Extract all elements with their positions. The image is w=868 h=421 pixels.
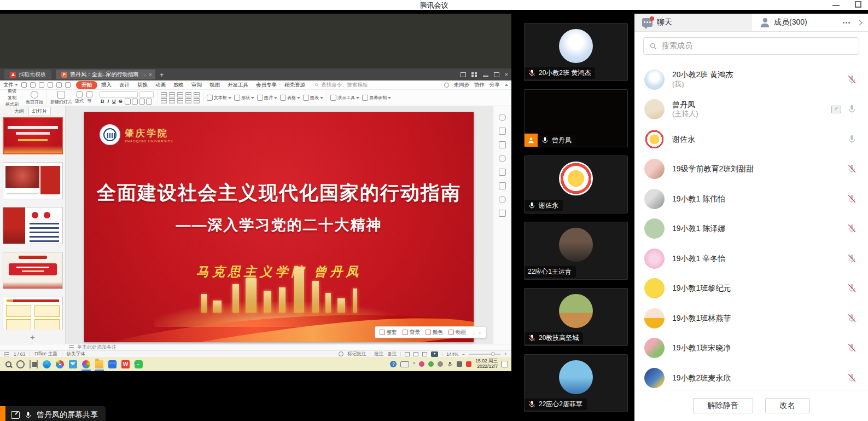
strikethrough-button[interactable]: S: [118, 99, 124, 104]
ribbon-tab-view[interactable]: 视图: [206, 82, 224, 89]
task-view-icon[interactable]: [30, 360, 38, 368]
italic-button[interactable]: I: [107, 99, 110, 104]
font-size-select[interactable]: [139, 91, 154, 98]
tab-members[interactable]: 成员(300): [752, 14, 843, 31]
play-from-page-icon[interactable]: [31, 91, 38, 99]
slide-thumb-4[interactable]: [3, 252, 63, 289]
mail-icon[interactable]: [69, 360, 77, 368]
notification-center-icon[interactable]: [502, 361, 508, 367]
wps-tab-document[interactable]: P 曾丹凤：全面..家的行动指南 ▫×: [56, 70, 155, 79]
minimize-icon[interactable]: [832, 5, 840, 6]
chrome-icon[interactable]: [56, 360, 64, 368]
member-row[interactable]: 19小教1 陈伟怡: [634, 184, 868, 214]
zoom-level[interactable]: 144%: [446, 351, 458, 357]
unmute-button[interactable]: 解除静音: [693, 398, 753, 413]
align-left-icon[interactable]: [161, 98, 167, 103]
video-tile[interactable]: 曾丹凤: [524, 89, 628, 147]
align-right-icon[interactable]: [177, 98, 183, 103]
note-label[interactable]: 备注: [387, 351, 397, 357]
preview-icon[interactable]: [48, 82, 53, 88]
save-icon[interactable]: [21, 82, 27, 88]
wechat-icon[interactable]: [135, 360, 143, 368]
insert-shape[interactable]: 形状: [234, 95, 254, 101]
help-tray-icon[interactable]: ?: [390, 361, 397, 367]
tab-outline[interactable]: 大纲: [14, 108, 24, 115]
wps-taskbar-icon[interactable]: W: [121, 360, 130, 368]
ribbon-tab-insert[interactable]: 插入: [97, 82, 115, 89]
missing-font-warning[interactable]: 缺失字体: [67, 351, 85, 357]
section-icon[interactable]: [86, 91, 92, 97]
sidebar-tool-icon[interactable]: [499, 141, 506, 148]
new-slide-label[interactable]: 新建幻灯片: [50, 99, 72, 105]
video-tile[interactable]: 22应心2唐菲苹: [524, 354, 628, 412]
new-slide-icon[interactable]: [57, 91, 65, 99]
zoom-out-icon[interactable]: −: [462, 351, 465, 357]
slide-layout-icon[interactable]: [77, 91, 83, 97]
mic-on-icon[interactable]: [847, 104, 857, 114]
more-options-icon[interactable]: [843, 22, 850, 24]
sidebar-tool-icon[interactable]: [499, 182, 506, 189]
indent-decrease-icon[interactable]: [177, 92, 183, 97]
touch-keyboard-icon[interactable]: [400, 361, 409, 367]
collaborate-label[interactable]: 协作: [474, 82, 485, 89]
wps-layout-icon[interactable]: [461, 72, 466, 77]
mic-muted-icon[interactable]: [847, 343, 857, 353]
color-button[interactable]: 颜色: [426, 329, 443, 336]
cortana-icon[interactable]: [16, 360, 25, 368]
video-tile[interactable]: 22应心1王运青: [524, 222, 628, 280]
maximize-icon[interactable]: [855, 1, 861, 8]
number-list-icon[interactable]: [169, 92, 175, 97]
insert-chart[interactable]: 图表: [303, 95, 323, 101]
font-color-icon[interactable]: [125, 99, 131, 105]
section-label[interactable]: 节: [88, 98, 92, 104]
file-menu[interactable]: 文件: [3, 82, 18, 89]
taskbar-clock[interactable]: 15:02 周三 2022/12/7: [475, 359, 498, 370]
more-options-icon[interactable]: ⋮ ›: [471, 330, 481, 336]
zoom-in-icon[interactable]: +: [504, 351, 507, 357]
screen-record[interactable]: 屏幕录制: [362, 95, 391, 101]
ribbon-tab-review[interactable]: 审阅: [188, 82, 206, 89]
sidebar-tool-icon[interactable]: [499, 169, 506, 176]
redo-icon[interactable]: [65, 82, 71, 88]
subscript-icon[interactable]: [139, 99, 145, 105]
print-icon[interactable]: [39, 82, 44, 88]
insert-textbox[interactable]: 文本框: [207, 95, 231, 101]
member-row[interactable]: 19小教1班宋晓净: [634, 333, 868, 364]
insert-picture[interactable]: 图片: [257, 95, 277, 101]
wps-minimize-icon[interactable]: [483, 76, 488, 77]
edge-icon[interactable]: [43, 360, 51, 368]
play-from-page-label[interactable]: 当页开始: [26, 99, 43, 105]
mic-muted-icon[interactable]: [847, 313, 857, 324]
columns-icon[interactable]: [194, 98, 200, 103]
tab-restore-icon[interactable]: ▫: [144, 72, 146, 78]
zoom-slider[interactable]: [469, 354, 500, 355]
font-name-select[interactable]: [100, 91, 138, 98]
video-tile[interactable]: 20教技高坚城: [524, 288, 628, 346]
mark-annotation-label[interactable]: 标记批注: [347, 351, 366, 357]
taskbar-search-icon[interactable]: [5, 361, 11, 367]
beautify-button[interactable]: 整套: [380, 329, 397, 336]
sidebar-tool-icon[interactable]: [499, 210, 506, 217]
sidebar-tool-icon[interactable]: [499, 114, 506, 121]
mic-muted-icon[interactable]: [847, 283, 857, 293]
tab-controls[interactable]: ▫×: [144, 72, 152, 78]
ribbon-tab-slideshow[interactable]: 放映: [170, 82, 188, 89]
reading-view-icon[interactable]: [422, 352, 427, 356]
bold-button[interactable]: B: [100, 99, 106, 104]
photos-icon[interactable]: [82, 360, 90, 368]
wps-close-icon[interactable]: ×: [505, 72, 508, 77]
ribbon-tab-transition[interactable]: 切换: [133, 82, 152, 89]
tab-close-icon[interactable]: ×: [149, 72, 152, 78]
member-row[interactable]: 19小教1 辛冬怡: [634, 244, 868, 274]
animation-button[interactable]: 动画: [448, 329, 466, 336]
tray-app-icon[interactable]: [438, 361, 443, 367]
mic-muted-icon[interactable]: [847, 74, 857, 85]
wps-tab-docer[interactable]: 找稻壳模板: [4, 70, 51, 79]
mark-annotation-icon[interactable]: [339, 351, 343, 356]
mic-on-icon[interactable]: [847, 134, 857, 145]
tab-chat[interactable]: 聊天: [634, 14, 752, 31]
tab-slides[interactable]: 幻灯片: [28, 107, 51, 116]
ribbon-tab-member[interactable]: 会员专享: [252, 82, 281, 89]
ribbon-tab-devtools[interactable]: 开发工具: [224, 82, 252, 89]
highlight-icon[interactable]: [146, 99, 152, 105]
